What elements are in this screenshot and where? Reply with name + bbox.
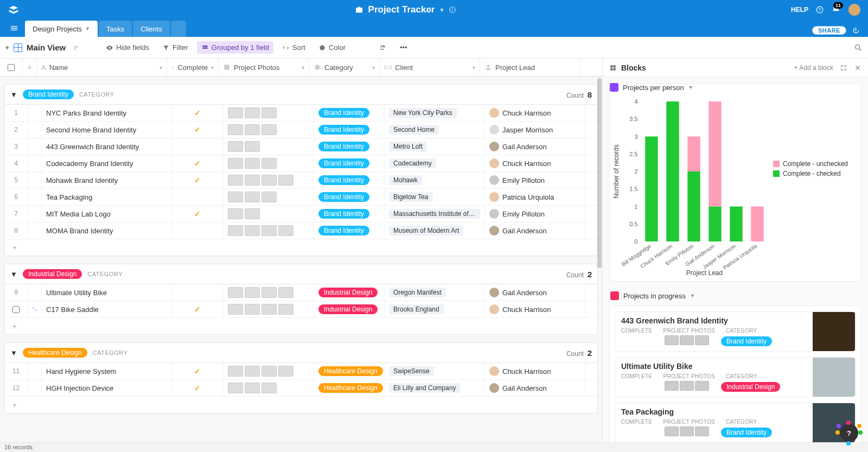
add-row-button[interactable]: + <box>5 397 597 413</box>
menu-button[interactable] <box>7 21 22 36</box>
cell-category[interactable]: Brand Identity <box>314 222 385 239</box>
help-bubble[interactable]: ? <box>840 424 858 442</box>
cell-complete[interactable]: ✓ <box>172 380 224 396</box>
cell-client[interactable]: SwipeSense <box>385 363 485 379</box>
progress-card[interactable]: 443 Greenwich Brand Identity COMPLETEPRO… <box>615 311 856 352</box>
cell-client[interactable]: Brooks England <box>385 301 485 317</box>
photo-thumb[interactable] <box>245 192 260 202</box>
help-icon[interactable]: ? <box>816 6 824 14</box>
cell-category[interactable]: Brand Identity <box>314 122 385 138</box>
progress-card[interactable]: Ultimate Utility Bike COMPLETEPROJECT PH… <box>615 357 856 397</box>
photo-thumb[interactable] <box>261 225 277 236</box>
cell-lead[interactable]: Chuck Harrison <box>485 105 585 121</box>
add-row-button[interactable]: + <box>5 239 597 256</box>
cell-photos[interactable] <box>224 105 314 121</box>
expand-record-button[interactable] <box>28 105 42 121</box>
photo-thumb[interactable] <box>261 304 277 315</box>
photo-thumb[interactable] <box>261 124 277 135</box>
chart-title[interactable]: Projects per person <box>623 84 684 92</box>
cell-complete[interactable] <box>172 284 224 301</box>
expand-record-button[interactable] <box>28 172 42 188</box>
cell-name[interactable]: Second Home Brand Identity <box>42 122 172 138</box>
photo-thumb[interactable] <box>278 175 293 186</box>
expand-record-button[interactable] <box>28 363 42 379</box>
photo-thumb[interactable] <box>228 287 243 298</box>
column-photos[interactable]: Project Photos▾ <box>219 59 309 76</box>
table-row[interactable]: 11 Hand Hygiene System ✓ Healthcare Desi… <box>5 363 597 380</box>
cell-category[interactable]: Industrial Design <box>314 284 385 301</box>
color-button[interactable]: Color <box>314 41 350 54</box>
photo-thumb[interactable] <box>261 366 277 377</box>
photo-thumb[interactable] <box>278 366 293 377</box>
add-block-button[interactable]: + Add a block <box>794 64 833 72</box>
cell-name[interactable]: Mohawk Brand Identity <box>42 172 172 188</box>
cell-photos[interactable] <box>224 138 314 155</box>
column-name[interactable]: AName▾ <box>37 59 167 76</box>
expand-record-button[interactable] <box>28 222 42 239</box>
photo-thumb[interactable] <box>245 158 260 169</box>
search-icon[interactable] <box>854 43 863 52</box>
photo-thumb[interactable] <box>278 287 293 298</box>
progress-title[interactable]: Projects in progress <box>623 292 686 300</box>
cell-photos[interactable] <box>224 363 314 379</box>
cell-name[interactable]: Hand Hygiene System <box>42 363 172 379</box>
row-height-button[interactable] <box>354 42 371 54</box>
cell-complete[interactable]: ✓ <box>172 301 224 317</box>
cell-name[interactable]: C17 Bike Saddle <box>42 301 172 317</box>
cell-category[interactable]: Healthcare Design <box>314 363 385 379</box>
collapse-icon[interactable]: ▼ <box>10 91 17 99</box>
help-link[interactable]: HELP <box>791 6 808 14</box>
photo-thumb[interactable] <box>245 225 260 236</box>
photo-thumb[interactable] <box>261 175 277 186</box>
more-button[interactable]: ••• <box>395 41 412 54</box>
table-row[interactable]: 2 Second Home Brand Identity ✓ Brand Ide… <box>5 122 597 138</box>
group-header[interactable]: ▼ Brand Identity CATEGORY Count 8 <box>4 84 598 105</box>
group-header[interactable]: ▼ Healthcare Design CATEGORY Count 2 <box>4 342 598 363</box>
cell-category[interactable]: Healthcare Design <box>314 380 385 396</box>
table-row[interactable]: 3 443 Greenwich Brand Identity Brand Ide… <box>5 138 597 155</box>
cell-lead[interactable]: Jasper Morrison <box>485 122 585 138</box>
group-header[interactable]: ▼ Industrial Design CATEGORY Count 2 <box>4 264 598 284</box>
table-row[interactable]: 1 NYC Parks Brand Identity ✓ Brand Ident… <box>5 105 597 122</box>
table-row[interactable]: C17 Bike Saddle ✓ Industrial Design Broo… <box>5 301 597 318</box>
cell-category[interactable]: Brand Identity <box>314 189 385 205</box>
cell-client[interactable]: Second Home <box>385 122 485 138</box>
base-title[interactable]: Project Tracker <box>368 4 435 15</box>
table-row[interactable]: 4 Codecademy Brand Identity ✓ Brand Iden… <box>5 155 597 172</box>
user-avatar[interactable] <box>848 4 860 16</box>
cell-category[interactable]: Industrial Design <box>314 301 385 317</box>
cell-name[interactable]: MIT Media Lab Logo <box>42 206 172 222</box>
cell-category[interactable]: Brand Identity <box>314 206 385 222</box>
cell-category[interactable]: Brand Identity <box>314 138 385 155</box>
cell-lead[interactable]: Gail Anderson <box>485 138 585 155</box>
cell-lead[interactable]: Chuck Harrison <box>485 301 585 317</box>
photo-thumb[interactable] <box>245 175 260 186</box>
cell-category[interactable]: Brand Identity <box>314 155 385 171</box>
cell-name[interactable]: Tea Packaging <box>42 189 172 205</box>
progress-card[interactable]: Tea Packaging COMPLETEPROJECT PHOTOSCATE… <box>615 403 856 442</box>
share-view-button[interactable] <box>375 42 391 54</box>
cell-photos[interactable] <box>224 284 314 301</box>
cell-photos[interactable] <box>224 155 314 171</box>
cell-photos[interactable] <box>224 301 314 317</box>
photo-thumb[interactable] <box>261 107 277 118</box>
table-row[interactable]: 12 HGH Injection Device ✓ Healthcare Des… <box>5 380 597 397</box>
photo-thumb[interactable] <box>228 141 243 152</box>
column-client[interactable]: Client▾ <box>380 59 480 76</box>
chevron-down-icon[interactable]: ▼ <box>688 85 693 90</box>
chevron-down-icon[interactable]: ▼ <box>690 293 695 298</box>
cell-photos[interactable] <box>224 380 314 396</box>
photo-thumb[interactable] <box>245 287 260 298</box>
column-lead[interactable]: Project Lead <box>480 59 580 76</box>
cell-client[interactable]: Oregon Manifest <box>385 284 485 301</box>
photo-thumb[interactable] <box>228 192 243 202</box>
dropdown-caret-icon[interactable]: ▼ <box>439 7 444 13</box>
photo-thumb[interactable] <box>245 107 260 118</box>
cell-client[interactable]: Metro Loft <box>385 138 485 155</box>
tab-tasks[interactable]: Tasks <box>99 21 132 37</box>
cell-category[interactable]: Brand Identity <box>314 172 385 188</box>
photo-thumb[interactable] <box>228 225 243 236</box>
photo-thumb[interactable] <box>261 158 277 169</box>
photo-thumb[interactable] <box>245 141 260 152</box>
cell-name[interactable]: HGH Injection Device <box>42 380 172 396</box>
